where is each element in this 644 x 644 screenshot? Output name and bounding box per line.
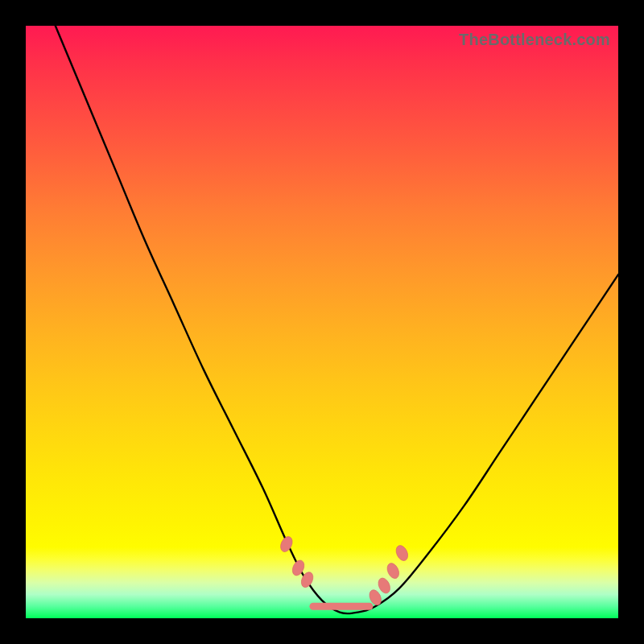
- valley-marker: [279, 535, 295, 554]
- bottleneck-curve: [26, 26, 618, 618]
- valley-marker: [385, 561, 401, 580]
- outer-frame: TheBottleneck.com: [0, 0, 644, 644]
- plot-area: TheBottleneck.com: [26, 26, 618, 618]
- valley-marker: [394, 543, 410, 563]
- curve-path: [56, 26, 618, 613]
- valley-marker: [376, 576, 392, 596]
